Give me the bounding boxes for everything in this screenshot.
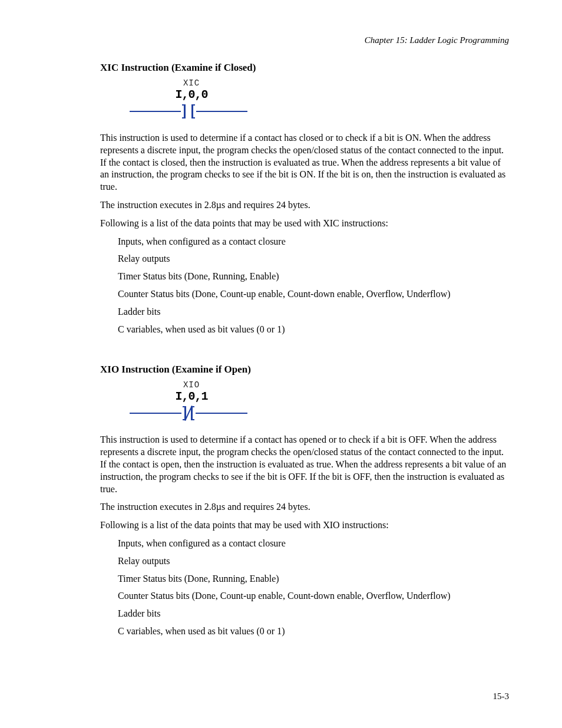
list-item: Counter Status bits (Done, Count-up enab… [118, 590, 509, 602]
xic-paragraph-2: The instruction executes in 2.8µs and re… [100, 199, 509, 212]
xic-diagram-address: I,0,0 [135, 88, 247, 101]
xic-data-list: Inputs, when configured as a contact clo… [118, 236, 509, 336]
xio-paragraph-3: Following is a list of the data points t… [100, 519, 509, 532]
xic-paragraph-3: Following is a list of the data points t… [100, 218, 509, 230]
xio-data-list: Inputs, when configured as a contact clo… [118, 538, 509, 638]
list-item: Relay outputs [118, 555, 509, 568]
list-item: Relay outputs [118, 253, 509, 265]
list-item: C variables, when used as bit values (0 … [118, 625, 509, 638]
xio-contact-symbol [130, 404, 247, 422]
xic-contact-symbol [130, 103, 247, 120]
xio-paragraph-2: The instruction executes in 2.8µs and re… [100, 501, 509, 513]
list-item: Counter Status bits (Done, Count-up enab… [118, 288, 509, 301]
list-item: Ladder bits [118, 608, 509, 620]
xio-diagram-address: I,0,1 [135, 390, 247, 403]
list-item: C variables, when used as bit values (0 … [118, 324, 509, 336]
list-item: Ladder bits [118, 306, 509, 318]
xic-ladder-diagram: XIC I,0,0 [130, 78, 247, 120]
page-number: 15-3 [493, 691, 510, 701]
xio-ladder-diagram: XIO I,0,1 [130, 380, 247, 422]
xic-heading: XIC Instruction (Examine if Closed) [100, 62, 509, 74]
list-item: Inputs, when configured as a contact clo… [118, 538, 509, 550]
list-item: Inputs, when configured as a contact clo… [118, 236, 509, 248]
xio-diagram-label: XIO [135, 380, 247, 390]
chapter-header: Chapter 15: Ladder Logic Programming [100, 35, 509, 45]
xic-diagram-label: XIC [135, 78, 247, 88]
xio-paragraph-1: This instruction is used to determine if… [100, 434, 509, 495]
list-item: Timer Status bits (Done, Running, Enable… [118, 573, 509, 585]
list-item: Timer Status bits (Done, Running, Enable… [118, 271, 509, 283]
xic-paragraph-1: This instruction is used to determine if… [100, 132, 509, 193]
xio-heading: XIO Instruction (Examine if Open) [100, 364, 509, 375]
